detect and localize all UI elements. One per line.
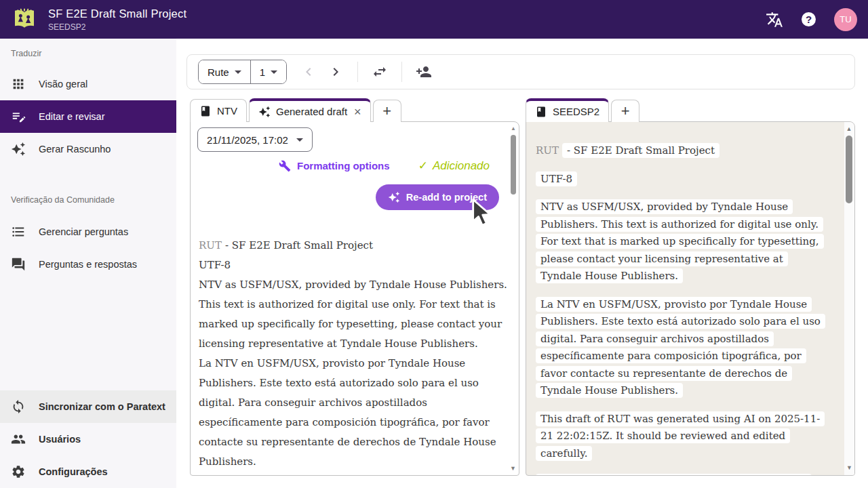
close-icon[interactable]: × bbox=[354, 106, 361, 118]
scrollbar-thumb[interactable] bbox=[511, 135, 516, 195]
sidebar-item-settings[interactable]: Configurações bbox=[0, 455, 176, 488]
list-bulleted-icon bbox=[11, 224, 26, 239]
project-panel: SEEDSP2 + RUT- SF E2E Draft Small Projec… bbox=[526, 98, 855, 476]
copyright-paragraph-en: NTV as USFM/USX, provided by Tyndale Hou… bbox=[199, 275, 509, 354]
sparkles-icon bbox=[11, 142, 26, 157]
tab-label: SEEDSP2 bbox=[553, 106, 599, 117]
tab-generated-draft[interactable]: Generated draft × bbox=[249, 98, 371, 122]
right-panel-scrollbar[interactable]: ▲ bbox=[844, 125, 854, 203]
book-icon bbox=[199, 105, 212, 117]
sidebar-item-label: Gerenciar perguntas bbox=[39, 226, 128, 237]
scripture-title-line: RUT- SF E2E Draft Small Project bbox=[536, 142, 823, 160]
chapter-select-value: 1 bbox=[260, 66, 265, 78]
add-tab-button[interactable]: + bbox=[611, 100, 639, 122]
encoding-line: UTF-8 bbox=[536, 171, 823, 188]
sidebar-item-label: Gerar Rascunho bbox=[39, 144, 111, 155]
gear-icon bbox=[11, 464, 26, 479]
help-icon[interactable]: ? bbox=[802, 12, 816, 26]
forum-chat-icon bbox=[11, 257, 26, 272]
formatting-options-label: Formatting options bbox=[297, 160, 390, 171]
sidebar-item-users[interactable]: Usuários bbox=[0, 423, 176, 455]
avatar-initials: TU bbox=[840, 14, 851, 24]
next-chapter-button[interactable] bbox=[322, 58, 349, 85]
sparkles-icon bbox=[388, 191, 400, 203]
project-panel-body: RUT- SF E2E Draft Small Project UTF-8 NT… bbox=[526, 121, 855, 476]
editor-toolbar: Rute 1 bbox=[186, 54, 855, 89]
re-add-to-project-button[interactable]: Re-add to project bbox=[376, 184, 499, 210]
book-code: RUT bbox=[199, 239, 222, 251]
sidebar-item-sync-paratext[interactable]: Sincronizar com o Paratext bbox=[0, 390, 176, 423]
edit-note-icon bbox=[11, 109, 26, 124]
scroll-down-icon[interactable]: ▼ bbox=[510, 465, 516, 472]
sidebar-item-generate-draft[interactable]: Gerar Rascunho bbox=[0, 133, 176, 165]
sparkles-icon bbox=[258, 106, 271, 118]
scripture-title: - SF E2E Draft Small Project bbox=[225, 239, 373, 251]
previous-chapter-button[interactable] bbox=[295, 58, 322, 85]
sidebar-section-translate: Traduzir bbox=[0, 39, 176, 68]
page-title: SF E2E Draft Small Project bbox=[48, 7, 186, 20]
project-text-editor[interactable]: RUT- SF E2E Draft Small Project UTF-8 NT… bbox=[536, 142, 823, 476]
language-translate-icon[interactable] bbox=[766, 11, 783, 28]
scroll-down-icon[interactable]: ▼ bbox=[846, 464, 852, 471]
scripture-title: - SF E2E Draft Small Project bbox=[562, 143, 719, 158]
book-icon bbox=[535, 106, 547, 118]
tab-label: NTV bbox=[217, 105, 237, 117]
ai-notice-paragraph: This draft of RUT was generated using AI… bbox=[536, 411, 823, 463]
scroll-up-icon[interactable]: ▲ bbox=[846, 125, 852, 133]
chevron-down-icon bbox=[235, 70, 241, 74]
encoding-line: UTF-8 bbox=[199, 256, 509, 275]
re-add-button-label: Re-add to project bbox=[406, 192, 487, 203]
sidebar-item-questions-answers[interactable]: Perguntas e respostas bbox=[0, 248, 176, 281]
ai-notice-line: This draft of RUT was generated using AI… bbox=[199, 472, 509, 476]
project-shortname: SEEDSP2 bbox=[48, 22, 186, 32]
tab-project-seedsp2[interactable]: SEEDSP2 bbox=[526, 98, 609, 122]
book-code: RUT bbox=[536, 144, 559, 157]
scrollbar-thumb[interactable] bbox=[846, 136, 852, 203]
app-logo-book-icon bbox=[11, 6, 38, 33]
sync-icon bbox=[11, 399, 26, 414]
formatting-options-button[interactable]: Formatting options bbox=[279, 160, 390, 172]
chevron-down-icon bbox=[296, 138, 303, 142]
plus-icon: + bbox=[382, 102, 391, 120]
copyright-paragraph-es: La NTV en USFM/USX, provisto por Tyndale… bbox=[536, 296, 823, 400]
toolbar-divider bbox=[357, 62, 358, 82]
share-add-user-button[interactable] bbox=[410, 58, 437, 85]
copyright-paragraph-en: NTV as USFM/USX, provided by Tyndale Hou… bbox=[536, 199, 823, 285]
left-panel-scrollbar[interactable]: ▲ bbox=[509, 125, 517, 195]
sidebar-item-label: Configurações bbox=[39, 466, 108, 477]
help-glyph: ? bbox=[806, 14, 812, 25]
chevron-down-icon bbox=[271, 70, 277, 74]
book-chapter-selector: Rute 1 bbox=[198, 60, 287, 84]
sidebar-item-label: Editar e revisar bbox=[39, 111, 105, 122]
sidebar-item-manage-questions[interactable]: Gerenciar perguntas bbox=[0, 216, 176, 248]
check-icon: ✓ bbox=[418, 159, 428, 173]
apps-grid-icon bbox=[11, 77, 26, 92]
scripture-title-line: RUT- SF E2E Draft Small Project bbox=[199, 236, 509, 256]
sidebar-nav: Traduzir Visão geral Editar e revisar Ge… bbox=[0, 39, 176, 488]
breaks-notice-paragraph: Paragraph breaks have positions preserve… bbox=[536, 473, 823, 476]
draft-panel-body: 21/11/2025, 17:02 Formatting options ✓ A… bbox=[190, 121, 519, 476]
chapter-select[interactable]: 1 bbox=[251, 60, 286, 83]
swap-source-target-button[interactable] bbox=[366, 58, 393, 85]
people-icon bbox=[11, 432, 26, 447]
toolbar-divider bbox=[401, 62, 402, 82]
draft-text-area[interactable]: RUT- SF E2E Draft Small Project UTF-8 NT… bbox=[199, 236, 509, 476]
plus-icon: + bbox=[621, 102, 630, 120]
copyright-paragraph-es: La NTV en USFM/USX, provisto por Tyndale… bbox=[199, 354, 509, 472]
avatar[interactable]: TU bbox=[834, 8, 857, 31]
sidebar-item-label: Perguntas e respostas bbox=[39, 259, 137, 270]
add-tab-button[interactable]: + bbox=[373, 100, 401, 122]
status-badge: ✓ Adicionado bbox=[418, 159, 490, 173]
draft-history-value: 21/11/2025, 17:02 bbox=[207, 134, 288, 146]
sidebar-item-overview[interactable]: Visão geral bbox=[0, 68, 176, 100]
draft-history-select[interactable]: 21/11/2025, 17:02 bbox=[197, 127, 313, 152]
tab-source-ntv[interactable]: NTV bbox=[190, 99, 247, 122]
left-panel-tabs: NTV Generated draft × + bbox=[190, 98, 519, 122]
draft-panel: NTV Generated draft × + 21/11/2025, 17:0… bbox=[190, 98, 519, 476]
sidebar-item-label: Usuários bbox=[39, 434, 81, 445]
scroll-up-icon[interactable]: ▲ bbox=[511, 125, 516, 132]
project-title-block: SF E2E Draft Small Project SEEDSP2 bbox=[48, 7, 186, 32]
book-select[interactable]: Rute bbox=[199, 60, 250, 83]
sidebar-item-edit-review[interactable]: Editar e revisar bbox=[0, 100, 176, 133]
sidebar-item-label: Visão geral bbox=[39, 79, 87, 89]
